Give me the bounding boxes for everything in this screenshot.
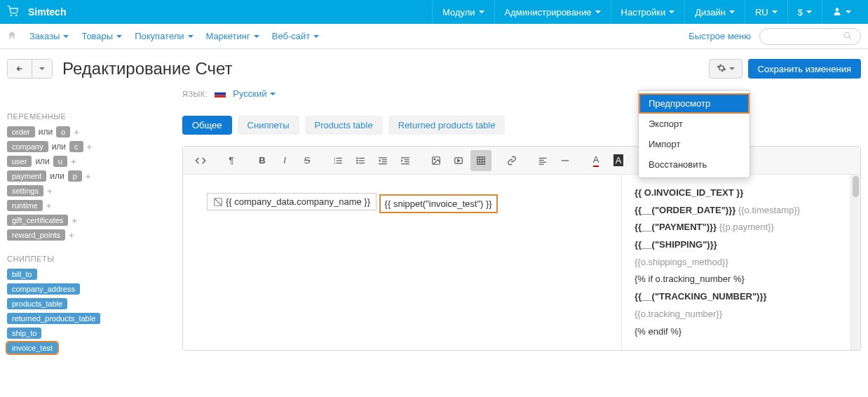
var-short-tag[interactable]: u: [53, 156, 67, 167]
svg-rect-7: [337, 157, 342, 158]
search-icon: [843, 31, 852, 42]
gear-icon: [717, 63, 726, 75]
svg-rect-32: [539, 159, 544, 160]
hr-icon[interactable]: [555, 150, 576, 171]
editor-toolbar: ¶ B I S 123 A A: [183, 147, 860, 175]
page-header: Редактирование Счет Сохранить изменения …: [0, 49, 868, 88]
caret-down-icon: [595, 11, 601, 13]
var-tag[interactable]: payment: [7, 170, 46, 182]
font-color-icon[interactable]: A: [585, 150, 606, 171]
italic-icon[interactable]: I: [274, 150, 295, 171]
align-left-icon[interactable]: [532, 150, 553, 171]
list-bullet-icon[interactable]: [350, 150, 371, 171]
topbar-right: Модули Администрирование Настройки Дизай…: [432, 0, 861, 24]
topnav-language[interactable]: RU: [745, 0, 787, 24]
dropdown-export[interactable]: Экспорт: [639, 114, 750, 134]
var-tag[interactable]: settings: [7, 185, 43, 196]
gear-button[interactable]: [709, 59, 742, 79]
var-tag[interactable]: reward_points: [7, 229, 65, 241]
snippet-tag[interactable]: invoice_test: [7, 342, 57, 354]
tab-products-table[interactable]: Products table: [305, 116, 383, 135]
caret-down-icon: [806, 11, 812, 13]
var-short-tag[interactable]: o: [56, 126, 70, 137]
plus-icon[interactable]: +: [72, 215, 77, 226]
bold-icon[interactable]: B: [252, 150, 273, 171]
brand-name[interactable]: Simtech: [28, 6, 66, 18]
language-selector[interactable]: ЯЗЫК: Русский: [182, 88, 861, 99]
source-icon[interactable]: [190, 150, 211, 171]
snippet-tag[interactable]: products_table: [7, 298, 67, 309]
list-ordered-icon[interactable]: 123: [327, 150, 348, 171]
menubar-left: Заказы Товары Покупатели Маркетинг Веб-с…: [7, 30, 319, 42]
link-icon[interactable]: [501, 150, 522, 171]
search-input[interactable]: [759, 28, 861, 45]
editor-content[interactable]: {{ company_data.company_name }} {{ snipp…: [183, 175, 860, 350]
snippet-tag[interactable]: bill_to: [7, 269, 37, 280]
video-icon[interactable]: [448, 150, 469, 171]
var-tag[interactable]: order: [7, 126, 35, 137]
plus-icon[interactable]: +: [74, 127, 79, 137]
scrollbar[interactable]: [850, 175, 860, 350]
paragraph-icon[interactable]: ¶: [221, 150, 242, 171]
tab-returned-products-table[interactable]: Returned products table: [388, 116, 506, 135]
plus-icon[interactable]: +: [47, 186, 53, 196]
caret-down-icon: [39, 67, 45, 70]
var-short-tag[interactable]: p: [68, 170, 82, 182]
svg-rect-23: [401, 157, 409, 158]
table-icon[interactable]: [470, 150, 491, 171]
var-tag[interactable]: runtime: [7, 200, 43, 211]
quick-menu-link[interactable]: Быстрое меню: [689, 31, 751, 41]
svg-rect-24: [405, 159, 409, 160]
menu-marketing[interactable]: Маркетинг: [206, 31, 259, 41]
gear-dropdown: Предпросмотр Экспорт Импорт Восстановить: [638, 90, 750, 178]
dropdown-restore[interactable]: Восстановить: [639, 154, 750, 175]
tab-general[interactable]: Общее: [182, 116, 232, 135]
caret-down-icon: [729, 67, 735, 70]
topnav-modules[interactable]: Модули: [432, 0, 494, 24]
tpl-line: {{__("ORDER_DATE")}} {{o.timestamp}}: [635, 202, 848, 220]
back-button[interactable]: [8, 60, 32, 78]
save-button[interactable]: Сохранить изменения: [748, 59, 862, 79]
image-icon[interactable]: [426, 150, 447, 171]
tab-snippets[interactable]: Сниппеты: [238, 116, 299, 135]
topnav-account[interactable]: [822, 0, 861, 24]
company-placeholder[interactable]: {{ company_data.company_name }}: [207, 193, 377, 210]
var-tag[interactable]: company: [7, 141, 48, 152]
topnav-design[interactable]: Дизайн: [684, 0, 745, 24]
topnav-currency[interactable]: $: [787, 0, 822, 24]
menu-website[interactable]: Веб-сайт: [272, 31, 319, 41]
home-icon[interactable]: [7, 30, 17, 42]
snippet-tag[interactable]: company_address: [7, 283, 80, 295]
caret-down-icon: [270, 93, 276, 95]
outdent-icon[interactable]: [372, 150, 393, 171]
strikethrough-icon[interactable]: S: [297, 150, 318, 171]
back-dropdown-toggle[interactable]: [32, 60, 52, 78]
indent-icon[interactable]: [395, 150, 416, 171]
dropdown-preview[interactable]: Предпросмотр: [639, 93, 750, 114]
menu-products[interactable]: Товары: [81, 31, 122, 41]
plus-icon[interactable]: +: [46, 201, 52, 211]
plus-icon[interactable]: +: [71, 156, 76, 167]
var-tag[interactable]: gift_certificates: [7, 215, 68, 226]
menu-orders[interactable]: Заказы: [29, 31, 69, 41]
snippet-row: invoice_test: [7, 342, 168, 354]
plus-icon[interactable]: +: [86, 171, 91, 182]
svg-rect-35: [562, 160, 569, 161]
snippet-placeholder[interactable]: {{ snippet("invoice_test") }}: [379, 194, 498, 213]
var-tag[interactable]: user: [7, 156, 32, 167]
flag-ru-icon: [215, 90, 226, 97]
menu-customers[interactable]: Покупатели: [135, 31, 193, 41]
plus-icon[interactable]: +: [69, 230, 74, 241]
topnav-administration[interactable]: Администрирование: [494, 0, 611, 24]
snippet-row: returned_products_table: [7, 313, 168, 324]
bg-color-icon[interactable]: A: [608, 150, 629, 171]
topnav-label: $: [798, 7, 803, 18]
dropdown-import[interactable]: Импорт: [639, 134, 750, 154]
snippet-tag[interactable]: returned_products_table: [7, 313, 100, 324]
caret-down-icon: [846, 11, 851, 13]
snippet-tag[interactable]: ship_to: [7, 328, 41, 339]
var-short-tag[interactable]: c: [69, 141, 83, 152]
plus-icon[interactable]: +: [87, 142, 93, 152]
topnav-settings[interactable]: Настройки: [611, 0, 685, 24]
scroll-thumb[interactable]: [853, 176, 859, 197]
